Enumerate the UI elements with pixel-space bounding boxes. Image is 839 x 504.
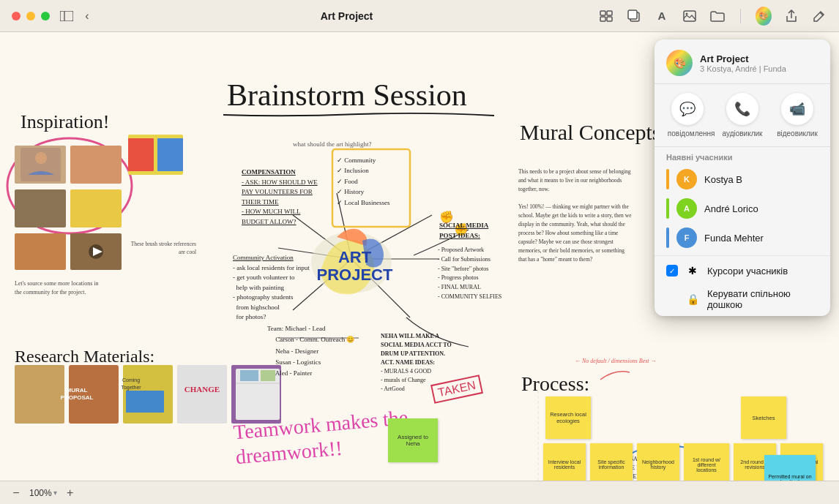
titlebar-center: Art Project [95, 10, 598, 22]
svg-rect-3 [607, 11, 612, 15]
svg-point-22 [89, 244, 103, 259]
kostya-name: Kostya B [704, 174, 819, 185]
svg-rect-33 [126, 391, 164, 413]
process-label: Process: [521, 372, 589, 396]
social-media-note: SOCIAL MEDIAPOST IDEAS: [439, 221, 527, 241]
toolbar-tools: A 🎨 [598, 8, 827, 24]
svg-marker-23 [93, 247, 102, 256]
video-label: відеовиклик [777, 129, 817, 138]
svg-rect-20 [15, 233, 66, 270]
svg-rect-19 [157, 138, 183, 171]
svg-rect-11 [15, 146, 66, 184]
brushstroke-caption: These brush stroke references are cool [130, 241, 196, 256]
location-caption: Let's source some more locations in the … [15, 279, 102, 297]
collab-actions: 💬 повідомлення 📞 аудіовиклик 📹 відеовикл… [655, 84, 830, 147]
bottombar: − 100% ▾ + [0, 481, 839, 504]
collab-panel: 🎨 Art Project 3 Kostya, André | Funda 💬 … [655, 40, 830, 316]
share-icon[interactable] [783, 8, 799, 24]
sticky-assigned-neha: Assigned to Neha [388, 418, 438, 462]
cursor-option-row[interactable]: ✓ ✱ Курсори учасників [655, 259, 830, 282]
participant-row-funda: F Funda Mehter [655, 223, 830, 252]
video-action[interactable]: 📹 відеовиклик [777, 93, 817, 138]
mural-concepts-label: Mural Concepts [520, 120, 660, 145]
svg-rect-37 [240, 370, 258, 381]
message-icon: 💬 [671, 93, 704, 125]
audio-icon: 📞 [726, 93, 758, 125]
mural-concepts-text: This needs to be a project about sense o… [518, 168, 632, 264]
zoom-level-display[interactable]: 100% ▾ [29, 488, 57, 498]
svg-rect-7 [628, 10, 637, 19]
sticky-research-ecologies: Research local ecologies [545, 396, 591, 439]
svg-point-10 [7, 138, 132, 233]
sticky-sketches: Sketches [741, 396, 786, 439]
sticky-permitted: Permitted mural on location! [764, 455, 816, 481]
sticky-interview: Interview local residents [543, 443, 586, 481]
collab-header: 🎨 Art Project 3 Kostya, André | Funda [655, 40, 830, 84]
sticky-1st-round: 1st round w/ different locations [684, 443, 729, 481]
edit-icon[interactable] [811, 8, 827, 24]
community-activation-note: Community Activation - ask local residen… [233, 253, 310, 323]
cursor-icon: ✱ [685, 265, 700, 277]
funda-indicator [666, 227, 669, 248]
svg-rect-25 [69, 365, 119, 424]
svg-rect-2 [600, 11, 605, 15]
manage-option-label: Керувати спільною дошкою [707, 288, 819, 310]
art-project-center: ARTPROJECT [316, 238, 393, 293]
compensation-note: COMPENSATION - ASK: HOW SHOULD WEPAY VOL… [242, 168, 318, 227]
cursor-checkbox[interactable]: ✓ [666, 265, 678, 277]
andre-name: André Lorico [704, 203, 819, 214]
svg-rect-21 [70, 233, 122, 270]
text-tool-icon[interactable]: A [654, 8, 670, 24]
titlebar: ‹ Art Project A [0, 0, 839, 32]
svg-rect-0 [60, 11, 73, 21]
participant-row-kostya: K Kostya B [655, 165, 830, 194]
sticky-site-specific: Site specific information [590, 443, 633, 481]
svg-rect-27 [177, 365, 227, 424]
image-insert-icon[interactable] [682, 8, 698, 24]
svg-text:MURAL: MURAL [67, 387, 88, 394]
svg-text:CHANGE: CHANGE [184, 385, 220, 394]
collaborator-avatar[interactable]: 🎨 [756, 8, 772, 24]
folder-icon[interactable] [709, 8, 726, 24]
window-title: Art Project [321, 10, 373, 22]
svg-rect-26 [123, 365, 173, 424]
svg-text:PROPOSAL: PROPOSAL [61, 394, 94, 401]
sidebar-toggle-icon[interactable] [59, 8, 75, 24]
participant-row-andre: A André Lorico [655, 194, 830, 223]
audio-label: аудіовиклик [723, 129, 763, 138]
project-avatar: 🎨 [666, 50, 693, 76]
zoom-minus-button[interactable]: − [9, 486, 23, 500]
svg-point-9 [686, 12, 688, 15]
zoom-plus-button[interactable]: + [63, 486, 78, 500]
back-arrow[interactable]: ‹ [79, 8, 95, 24]
kostya-indicator [666, 169, 669, 189]
inspiration-label: Inspiration! [20, 111, 109, 133]
svg-rect-14 [70, 189, 122, 227]
svg-rect-13 [15, 189, 66, 227]
svg-rect-4 [600, 17, 605, 21]
maximize-button[interactable] [41, 12, 50, 20]
social-media-list: - Proposed Artwork - Call for Submission… [438, 246, 501, 302]
research-label: Research Materials: [15, 347, 154, 366]
svg-text:Together: Together [121, 385, 141, 391]
funda-avatar: F [676, 227, 697, 248]
audio-action[interactable]: 📞 аудіовиклик [723, 93, 763, 138]
teamwork-label: Teamwork makes thedreamwork!! [233, 405, 411, 470]
duplicate-icon[interactable] [626, 8, 642, 24]
grid-view-icon[interactable] [598, 8, 614, 24]
andre-indicator [666, 198, 669, 219]
collab-project-title: Art Project [700, 53, 819, 64]
dimensions-note: ← No default / dimensions Best → [575, 358, 657, 364]
manage-option-row[interactable]: 🔒 Керувати спільною дошкою [655, 282, 830, 316]
inclusion-list: ✓ Community ✓ Inclusion ✓ Food ✓ History… [337, 155, 390, 208]
window-controls [12, 12, 50, 20]
collab-participants-subtitle: 3 Kostya, André | Funda [700, 64, 819, 73]
brainstorm-label: Brainstorm Session [227, 78, 467, 113]
message-action[interactable]: 💬 повідомлення [668, 93, 708, 138]
team-listing: Team: Michael - Lead Carson - Comm. Outr… [267, 323, 354, 379]
collab-title-block: Art Project 3 Kostya, André | Funda [700, 53, 819, 73]
minimize-button[interactable] [26, 12, 35, 20]
svg-rect-12 [70, 146, 122, 184]
svg-rect-17 [128, 135, 183, 175]
close-button[interactable] [12, 12, 20, 20]
